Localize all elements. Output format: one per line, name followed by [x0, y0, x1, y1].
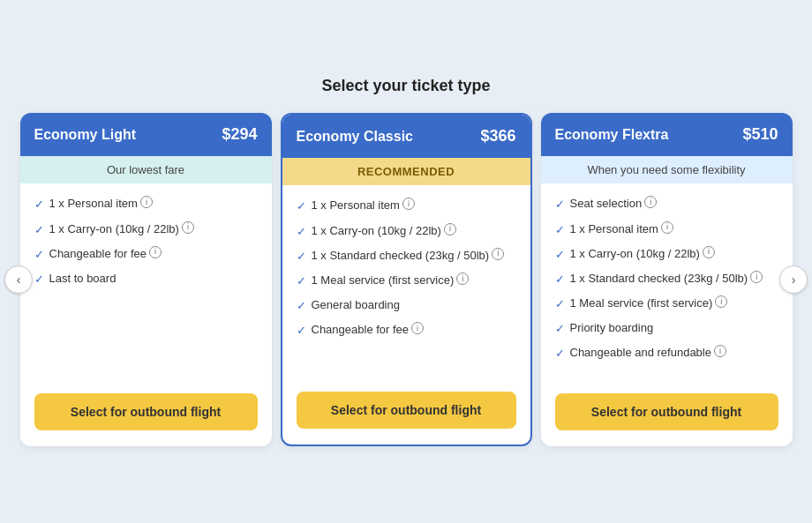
feature-text: Last to board: [49, 271, 117, 287]
checkmark-icon: ✓: [34, 272, 44, 288]
checkmark-icon: ✓: [297, 298, 306, 314]
feature-item: ✓Changeable for feei: [34, 246, 258, 263]
checkmark-icon: ✓: [555, 346, 565, 362]
card-footer-economy-light: Select for outbound flight: [20, 383, 272, 446]
page-title: Select your ticket type: [9, 77, 803, 95]
feature-item: ✓1 x Carry-on (10kg / 22lb)i: [555, 246, 778, 263]
card-price-economy-light: $294: [222, 125, 257, 144]
info-icon[interactable]: i: [140, 196, 153, 208]
select-button-economy-flextra[interactable]: Select for outbound flight: [555, 393, 778, 430]
select-button-economy-light[interactable]: Select for outbound flight: [34, 393, 258, 430]
next-arrow[interactable]: ›: [779, 265, 808, 294]
card-name-economy-flextra: Economy Flextra: [555, 127, 669, 143]
card-body-economy-flextra: ✓Seat selectioni✓1 x Personal itemi✓1 x …: [541, 183, 793, 382]
feature-text: General boarding: [312, 297, 400, 313]
checkmark-icon: ✓: [34, 247, 44, 263]
feature-item: ✓1 x Personal itemi: [297, 198, 516, 214]
page-wrapper: Select your ticket type ‹ Economy Light$…: [0, 59, 812, 463]
checkmark-icon: ✓: [297, 198, 306, 214]
feature-item: ✓1 x Carry-on (10kg / 22lb)i: [297, 223, 516, 240]
info-icon[interactable]: i: [715, 295, 727, 308]
prev-arrow[interactable]: ‹: [4, 265, 33, 294]
checkmark-icon: ✓: [297, 273, 306, 289]
checkmark-icon: ✓: [297, 224, 306, 240]
cards-container: ‹ Economy Light$294Our lowest fare✓1 x P…: [9, 113, 803, 445]
checkmark-icon: ✓: [555, 272, 565, 288]
feature-item: ✓1 x Carry-on (10kg / 22lb)i: [34, 221, 258, 238]
card-economy-light: Economy Light$294Our lowest fare✓1 x Per…: [20, 113, 272, 445]
card-name-economy-classic: Economy Classic: [297, 129, 414, 145]
feature-text: 1 x Carry-on (10kg / 22lb): [570, 246, 700, 262]
card-subheader-economy-light: Our lowest fare: [20, 156, 272, 183]
select-button-economy-classic[interactable]: Select for outbound flight: [297, 392, 516, 429]
info-icon[interactable]: i: [444, 223, 456, 235]
card-economy-flextra: Economy Flextra$510When you need some fl…: [541, 113, 793, 445]
checkmark-icon: ✓: [34, 197, 44, 213]
feature-text: 1 x Carry-on (10kg / 22lb): [49, 221, 179, 237]
feature-text: 1 x Standard checked (23kg / 50lb): [570, 271, 748, 287]
card-name-economy-light: Economy Light: [34, 127, 137, 143]
card-body-economy-classic: ✓1 x Personal itemi✓1 x Carry-on (10kg /…: [282, 185, 530, 380]
feature-item: ✓Changeable and refundablei: [555, 345, 778, 362]
card-subheader-economy-classic: RECOMMENDED: [282, 158, 530, 185]
info-icon[interactable]: i: [703, 246, 715, 258]
feature-text: 1 Meal service (first service): [312, 273, 455, 288]
info-icon[interactable]: i: [456, 273, 469, 285]
feature-text: Changeable and refundable: [570, 345, 711, 361]
feature-item: ✓Changeable for feei: [297, 322, 516, 339]
info-icon[interactable]: i: [182, 221, 194, 234]
info-icon[interactable]: i: [411, 322, 424, 334]
info-icon[interactable]: i: [492, 248, 504, 260]
feature-item: ✓General boarding: [297, 297, 516, 314]
feature-text: Priority boarding: [570, 320, 654, 336]
checkmark-icon: ✓: [297, 249, 306, 265]
feature-text: Changeable for fee: [312, 322, 410, 338]
feature-item: ✓Seat selectioni: [555, 196, 778, 213]
feature-text: Seat selection: [570, 196, 643, 212]
info-icon[interactable]: i: [644, 196, 657, 208]
feature-text: 1 Meal service (first service): [570, 295, 713, 311]
card-header-economy-light: Economy Light$294: [20, 113, 272, 156]
info-icon[interactable]: i: [714, 345, 726, 357]
feature-text: 1 x Carry-on (10kg / 22lb): [312, 223, 441, 239]
feature-item: ✓Priority boarding: [555, 320, 778, 337]
card-body-economy-light: ✓1 x Personal itemi✓1 x Carry-on (10kg /…: [20, 183, 272, 382]
feature-text: 1 x Standard checked (23kg / 50lb): [312, 248, 490, 264]
card-economy-classic: Economy Classic$366RECOMMENDED✓1 x Perso…: [281, 113, 532, 445]
card-subheader-economy-flextra: When you need some flexibility: [541, 156, 793, 183]
checkmark-icon: ✓: [297, 323, 306, 339]
card-price-economy-classic: $366: [480, 127, 515, 146]
card-header-economy-flextra: Economy Flextra$510: [541, 113, 793, 156]
feature-item: ✓Last to board: [34, 271, 258, 288]
feature-item: ✓1 x Standard checked (23kg / 50lb)i: [555, 271, 778, 288]
info-icon[interactable]: i: [149, 246, 162, 258]
checkmark-icon: ✓: [555, 197, 565, 213]
feature-item: ✓1 x Standard checked (23kg / 50lb)i: [297, 248, 516, 265]
checkmark-icon: ✓: [555, 247, 565, 263]
checkmark-icon: ✓: [555, 222, 565, 238]
feature-text: 1 x Personal item: [312, 198, 400, 213]
feature-text: Changeable for fee: [49, 246, 147, 262]
card-header-economy-classic: Economy Classic$366: [282, 115, 530, 158]
info-icon[interactable]: i: [661, 221, 673, 234]
checkmark-icon: ✓: [34, 222, 44, 238]
feature-text: 1 x Personal item: [570, 221, 658, 237]
info-icon[interactable]: i: [750, 271, 763, 283]
checkmark-icon: ✓: [555, 321, 565, 337]
checkmark-icon: ✓: [555, 296, 565, 312]
feature-item: ✓1 x Personal itemi: [555, 221, 778, 238]
feature-item: ✓1 Meal service (first service)i: [555, 295, 778, 312]
card-footer-economy-flextra: Select for outbound flight: [541, 383, 793, 446]
feature-item: ✓1 Meal service (first service)i: [297, 273, 516, 289]
card-price-economy-flextra: $510: [742, 125, 778, 144]
feature-item: ✓1 x Personal itemi: [34, 196, 258, 213]
feature-text: 1 x Personal item: [49, 196, 138, 212]
info-icon[interactable]: i: [402, 198, 415, 210]
card-footer-economy-classic: Select for outbound flight: [282, 381, 530, 445]
